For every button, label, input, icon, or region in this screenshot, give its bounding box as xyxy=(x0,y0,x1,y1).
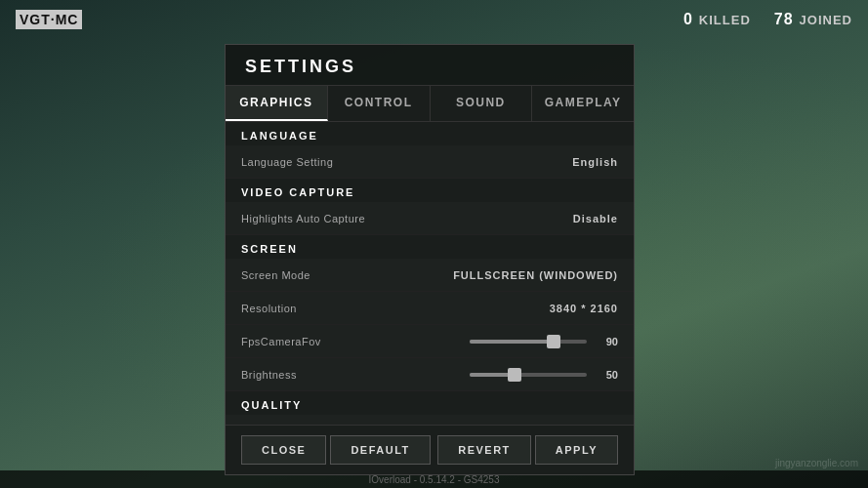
slider-track-brightness[interactable] xyxy=(470,373,587,377)
label-language-setting: Language Setting xyxy=(241,156,333,168)
section-header-language: LANGUAGE xyxy=(226,122,634,145)
revert-button[interactable]: REVERT xyxy=(437,435,531,465)
settings-content: LANGUAGE Language Setting English VIDEO … xyxy=(226,122,634,425)
slider-brightness[interactable]: 50 xyxy=(470,369,618,381)
slider-value-brightness: 50 xyxy=(595,369,618,381)
killed-stat: 0 KILLED xyxy=(683,11,751,28)
slider-thumb-brightness[interactable] xyxy=(508,368,521,382)
watermark: jingyanzonglie.com xyxy=(775,458,858,468)
section-header-quality: QUALITY xyxy=(226,391,634,415)
joined-value: 78 xyxy=(774,11,794,28)
value-highlights-auto-capture: Disable xyxy=(573,213,618,224)
default-button[interactable]: DEFAULT xyxy=(330,435,430,465)
section-header-video-capture: VIDEO CAPTURE xyxy=(226,179,634,202)
value-screen-mode: FULLSCREEN (WINDOWED) xyxy=(453,269,618,281)
joined-label: JOINED xyxy=(800,13,852,27)
label-resolution: Resolution xyxy=(241,303,297,314)
top-bar: VGT·MC 0 KILLED 78 JOINED xyxy=(0,0,868,39)
section-header-screen: SCREEN xyxy=(226,235,634,259)
bottom-bar: CLOSE DEFAULT REVERT APPLY xyxy=(226,425,634,474)
row-screen-mode: Screen Mode FULLSCREEN (WINDOWED) xyxy=(226,259,634,292)
slider-track-fps[interactable] xyxy=(470,340,587,344)
label-fps-camera-fov: FpsCameraFov xyxy=(241,336,321,347)
joined-stat: 78 JOINED xyxy=(774,11,852,28)
slider-thumb-fps[interactable] xyxy=(547,335,560,348)
logo-text: VGT·MC xyxy=(16,10,82,29)
killed-value: 0 xyxy=(683,11,693,28)
row-resolution: Resolution 3840 * 2160 xyxy=(226,292,634,325)
slider-fill-fps xyxy=(470,340,554,344)
row-brightness: Brightness 50 xyxy=(226,358,634,391)
tabs-container: GRAPHICS CONTROL SOUND GAMEPLAY xyxy=(226,86,634,122)
tab-gameplay[interactable]: GAMEPLAY xyxy=(532,86,634,121)
top-stats: 0 KILLED 78 JOINED xyxy=(683,11,852,28)
slider-fps-camera-fov[interactable]: 90 xyxy=(470,336,618,347)
row-quality: Quality MEDIUM xyxy=(226,415,634,425)
label-brightness: Brightness xyxy=(241,369,297,381)
tab-graphics[interactable]: GRAPHICS xyxy=(226,86,328,121)
row-highlights-auto-capture: Highlights Auto Capture Disable xyxy=(226,202,634,235)
tab-sound[interactable]: SOUND xyxy=(431,86,533,121)
close-button[interactable]: CLOSE xyxy=(241,435,326,465)
value-language-setting: English xyxy=(572,156,618,168)
settings-panel: SETTINGS GRAPHICS CONTROL SOUND GAMEPLAY… xyxy=(225,44,635,475)
label-highlights-auto-capture: Highlights Auto Capture xyxy=(241,213,365,224)
slider-value-fps: 90 xyxy=(595,336,618,347)
settings-title: SETTINGS xyxy=(226,45,634,86)
row-language-setting: Language Setting English xyxy=(226,145,634,179)
tab-control[interactable]: CONTROL xyxy=(328,86,431,121)
row-fps-camera-fov: FpsCameraFov 90 xyxy=(226,325,634,358)
right-buttons: REVERT APPLY xyxy=(437,435,618,465)
killed-label: KILLED xyxy=(699,13,751,27)
version-text: IOverload - 0.5.14.2 - GS4253 xyxy=(369,474,500,485)
apply-button[interactable]: APPLY xyxy=(535,435,618,465)
label-screen-mode: Screen Mode xyxy=(241,269,310,281)
value-resolution: 3840 * 2160 xyxy=(550,303,618,314)
logo: VGT·MC xyxy=(16,10,82,29)
left-buttons: CLOSE DEFAULT xyxy=(241,435,431,465)
